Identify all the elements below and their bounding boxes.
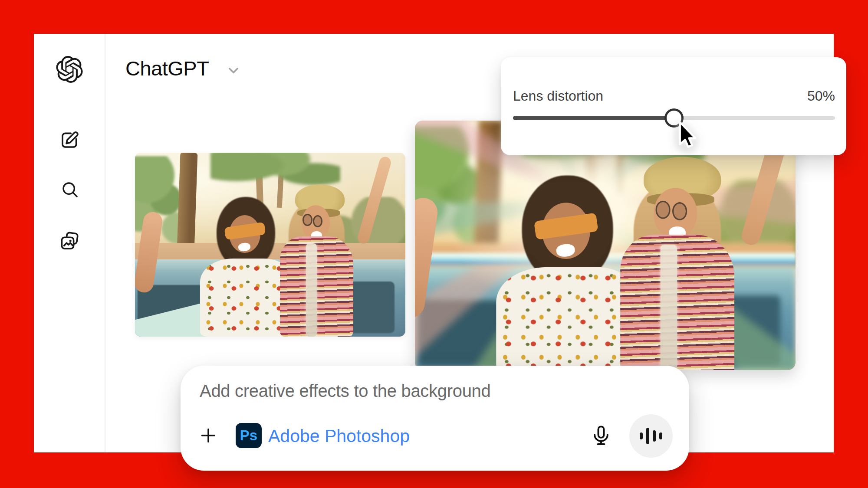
lens-distortion-label: Lens distortion <box>513 87 603 105</box>
adobe-photoshop-link[interactable]: Adobe Photoshop <box>268 426 410 446</box>
sidebar <box>34 34 105 452</box>
chevron-down-icon[interactable] <box>226 62 241 78</box>
photoshop-badge[interactable]: Ps <box>236 423 262 448</box>
lens-distortion-value: 50% <box>807 87 835 105</box>
lens-slider-fill <box>513 116 674 120</box>
plus-icon[interactable] <box>198 426 218 445</box>
red-frame: ChatGPT <box>0 0 868 488</box>
photoshop-badge-label: Ps <box>240 427 257 444</box>
voice-mode-button[interactable] <box>629 414 673 458</box>
photo-original-subjects <box>135 153 405 337</box>
composer-bar[interactable]: Add creative effects to the background P… <box>181 366 689 471</box>
voice-icon <box>640 432 643 439</box>
photo-distorted-subjects <box>415 121 796 370</box>
photo-original <box>135 153 405 337</box>
image-library-icon[interactable] <box>59 231 80 252</box>
microphone-icon[interactable] <box>589 424 613 447</box>
photo-distorted <box>415 121 796 370</box>
openai-logo-icon <box>56 56 83 83</box>
new-chat-icon[interactable] <box>59 130 80 151</box>
page-title[interactable]: ChatGPT <box>125 57 209 80</box>
mouse-cursor-icon <box>672 119 699 154</box>
sidebar-divider <box>105 34 105 452</box>
search-icon[interactable] <box>60 180 80 200</box>
prompt-text[interactable]: Add creative effects to the background <box>200 381 491 401</box>
